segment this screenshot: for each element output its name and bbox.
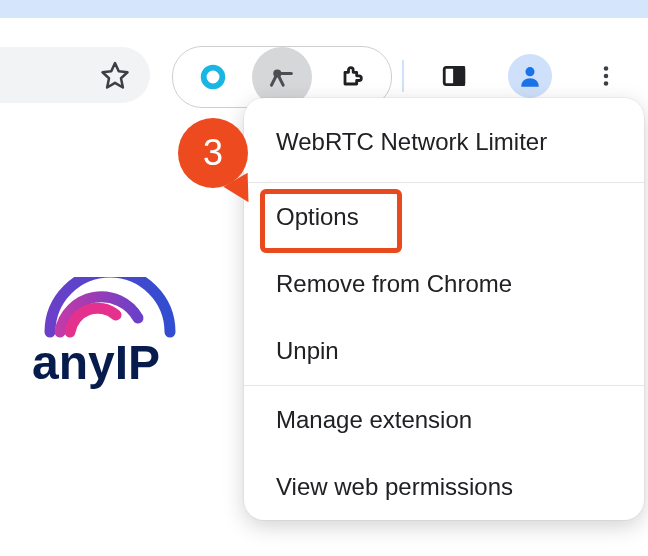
- bookmark-star-icon[interactable]: [100, 60, 130, 90]
- menu-item-remove[interactable]: Remove from Chrome: [244, 250, 644, 317]
- menu-item-manage-extension[interactable]: Manage extension: [244, 386, 644, 453]
- brand-wordmark: anyIP: [32, 336, 160, 389]
- svg-rect-3: [455, 67, 464, 84]
- menu-item-label: Options: [276, 203, 359, 230]
- svg-point-6: [604, 74, 609, 79]
- menu-item-view-web-permissions[interactable]: View web permissions: [244, 453, 644, 520]
- menu-item-label: Unpin: [276, 337, 339, 364]
- window-top-strip: [0, 0, 648, 18]
- omnibox-end[interactable]: [0, 47, 150, 103]
- menu-item-label: Manage extension: [276, 406, 472, 433]
- browser-toolbar: [0, 18, 648, 98]
- extension-context-menu: WebRTC Network Limiter Options Remove fr…: [244, 98, 644, 520]
- svg-point-0: [203, 68, 222, 87]
- menu-item-unpin[interactable]: Unpin: [244, 317, 644, 384]
- kebab-menu-icon: [593, 63, 619, 89]
- profile-avatar-icon: [508, 54, 552, 98]
- step-annotation-badge: 3: [178, 118, 248, 188]
- context-menu-title: WebRTC Network Limiter: [244, 98, 644, 182]
- svg-point-4: [525, 67, 534, 76]
- menu-item-label: Remove from Chrome: [276, 270, 512, 297]
- menu-item-options[interactable]: Options: [244, 183, 644, 250]
- toolbar-separator: [402, 60, 404, 92]
- side-panel-icon: [441, 63, 467, 89]
- extensions-puzzle-icon: [338, 63, 366, 91]
- svg-point-7: [604, 81, 609, 86]
- svg-point-5: [604, 66, 609, 71]
- anyip-logo: anyIP: [20, 277, 200, 397]
- page-content: anyIP: [0, 118, 220, 556]
- circle-icon: [199, 63, 227, 91]
- webrtc-limiter-icon: [268, 63, 296, 91]
- step-number: 3: [203, 132, 223, 174]
- profile-button[interactable]: [500, 46, 560, 106]
- side-panel-button[interactable]: [424, 46, 484, 106]
- menu-item-label: View web permissions: [276, 473, 513, 500]
- chrome-menu-button[interactable]: [576, 46, 636, 106]
